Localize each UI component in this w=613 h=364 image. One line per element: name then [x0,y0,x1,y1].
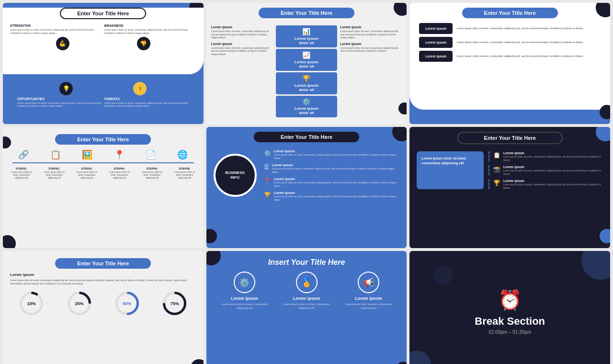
slide6-item-2: 📸 Lorem ipsum Lorem ipsum dolor sit amet… [488,165,603,175]
slide-2: Enter Your Title Here Lorem ipsum Lorem … [206,3,407,124]
slide6-text-3: Lorem ipsum Lorem ipsum dolor sit amet, … [503,179,603,189]
item-icon-2: 🏅 [296,272,318,293]
slide2-content: Lorem ipsum Lorem ipsum dolor sit amet, … [206,23,407,120]
swot-bottom-icons: 💡 ⚠️ [10,82,196,95]
row1-label: Lorem ipsum [419,23,453,34]
center-box-3: 🏆 Lorem ipsumdolor sit [276,72,338,94]
threats-label: THREATS [104,97,189,101]
swot-threats: THREATS Lorem ipsum dolor sit amet, cons… [104,97,189,108]
slide2-title: Enter Your Title Here [259,8,354,18]
swot-center-label: SWOT [3,53,204,63]
progress-circle-50: 50% [114,290,140,317]
swot-bottom-grid: OPPORTUNITIES Lorem ipsum dolor sit amet… [10,97,196,108]
corner-decoration-1 [596,127,610,141]
swot-top-grid: STRENGTHS Lorem ipsum dolor sit amet, co… [3,24,204,34]
slide-9: ⏰ Break Section 01:00pm – 01:30pm [409,251,610,364]
opportunities-text: Lorem ipsum dolor sit amet, consectetur … [17,102,102,108]
corner-decoration-2 [600,105,610,119]
step-label-4: STEP04. Lorem ipsum dolor sit amet, cons… [106,167,133,180]
progress-circle-75: 75% [161,290,188,317]
table-row-3: Lorem ipsum Lorem ipsum dolor sit amet, … [419,51,601,62]
slide-3: Enter Your Title Here Lorem ipsum Lorem … [409,3,610,124]
info-text-4: Lorem ipsum Lorem ipsum dolor sit amet, … [274,191,400,201]
slide8-item-3: 📢 Lorem ipsum Lorem ipsum dolor sit amet… [340,272,397,310]
slide-8: Insert Your Title Here ⚙️ Lorem ipsum Lo… [206,251,407,364]
step-label-2: STEP02. Lorem ipsum dolor sit amet, cons… [41,167,68,180]
slide-4: Enter Your Title Here 🔗 📋 🖼️ 📍 📄 🌐 STEP0… [3,127,204,248]
slide5-title: Enter Your Title Here [254,132,359,142]
slide7-circles: 10% 25% 50% 75% [3,290,204,317]
opportunities-icon: 💡 [59,82,73,95]
slide2-left-col: Lorem ipsum Lorem ipsum dolor sit amet, … [211,25,273,117]
corner-decoration-1 [394,3,407,16]
slide7-heading: Lorem ipsum [3,273,204,277]
row2-label: Lorem ipsum [419,37,453,48]
info-item-1: ⚙️ Lorem ipsum Lorem ipsum dolor sit ame… [264,149,400,159]
corner-decoration-1 [3,235,16,248]
step-label-6: STEP06. Lorem ipsum dolor sit amet, cons… [171,167,198,180]
step-icon-6: 🌐 [177,149,188,160]
row3-label: Lorem ipsum [419,51,453,62]
threats-text: Lorem ipsum dolor sit amet, consectetur … [104,102,189,108]
step-icon-2: 📋 [50,149,61,160]
steps-icons-row: 🔗 📋 🖼️ 📍 📄 🌐 [3,149,204,160]
progress-circle-10: 10% [18,290,45,317]
info-icon-3: 📍 [264,178,271,184]
slide6-icon-2: 📸 [493,166,500,172]
weakness-label: WEAKNESS [104,24,196,27]
slide2-right-col: Lorem ipsum Lorem ipsum dolor sit amet, … [340,25,402,117]
slide5-info-list: ⚙️ Lorem ipsum Lorem ipsum dolor sit ame… [264,149,400,201]
slide2-left-top: Lorem ipsum Lorem ipsum dolor sit amet, … [211,25,273,39]
corner-decoration-2 [3,136,11,148]
table-row-2: Lorem ipsum Lorem ipsum dolor sit amet, … [419,37,601,48]
slide4-title: Enter Your Title Here [55,134,151,145]
corner-decoration-2 [600,229,610,243]
slide2-right-top: Lorem ipsum Lorem ipsum dolor sit amet, … [340,25,402,39]
slide-6: Enter Your Title Here Lorem ipsum dolor … [409,127,610,248]
slide8-title: Insert Your Title Here [206,251,407,272]
strengths-text: Lorem ipsum dolor sit amet, consectetur … [10,28,102,34]
swot-weakness: WEAKNESS Lorem ipsum dolor sit amet, con… [104,24,196,34]
swot-icons-row: 💪 👎 [3,37,204,50]
corner-decoration-2 [206,229,217,243]
break-title: Break Section [475,315,545,328]
strengths-icon: 💪 [56,37,69,50]
slide1-title: Enter Your Title Here [60,8,146,19]
slide6-item-1: 📋 Lorem ipsum Lorem ipsum dolor sit amet… [488,151,603,161]
break-time: 01:00pm – 01:30pm [488,330,531,335]
weakness-icon: 👎 [137,37,150,50]
slide6-right-list: 📋 Lorem ipsum Lorem ipsum dolor sit amet… [488,151,603,189]
step-icon-3: 🖼️ [82,149,92,160]
swot-opportunities: OPPORTUNITIES Lorem ipsum dolor sit amet… [17,97,102,108]
info-icon-2: ☰ [264,164,269,171]
slide3-table: Lorem ipsum Lorem ipsum dolor sit amet, … [417,23,603,62]
slide6-icon-3: 🏆 [493,180,500,186]
table-row-1: Lorem ipsum Lorem ipsum dolor sit amet, … [419,23,601,34]
step-icon-4: 📍 [114,149,125,160]
info-item-2: ☰ Lorem ipsum Lorem ipsum dolor sit amet… [264,163,400,173]
center-box-1: 📊 Lorem ipsumdolor sit [276,25,338,47]
steps-labels-row: STEP01. Lorem ipsum dolor sit amet, cons… [3,167,204,180]
info-icon-1: ⚙️ [264,150,271,157]
slide3-content: Enter Your Title Here Lorem ipsum Lorem … [409,3,610,110]
info-text-1: Lorem ipsum Lorem ipsum dolor sit amet, … [274,149,400,159]
slide7-title: Enter Your Title Here [55,258,151,269]
slide8-items: ⚙️ Lorem ipsum Lorem ipsum dolor sit ame… [206,272,407,310]
row2-text: Lorem ipsum dolor sit amet, consectetur … [456,41,583,45]
clock-icon: ⏰ [498,289,522,311]
slide2-center-col: 📊 Lorem ipsumdolor sit 📈 Lorem ipsumdolo… [276,25,338,117]
threats-icon: ⚠️ [133,82,147,95]
slide6-text-1: Lorem ipsum Lorem ipsum dolor sit amet, … [503,151,603,161]
slide6-content: Lorem ipsum dolor sit amet, consectetur … [409,149,610,192]
step-label-1: STEP01. Lorem ipsum dolor sit amet, cons… [9,167,35,180]
business-info-circle: BUSINESS INFO [214,154,257,197]
steps-line [12,162,194,163]
opportunities-label: OPPORTUNITIES [17,97,102,101]
slide-5: Enter Your Title Here BUSINESS INFO ⚙️ L… [206,127,407,248]
info-text-2: Lorem ipsum Lorem ipsum dolor sit amet, … [272,163,400,173]
row3-text: Lorem ipsum dolor sit amet, consectetur … [456,55,583,58]
step-label-3: STEP03. Lorem ipsum dolor sit amet, cons… [74,167,100,180]
corner-decoration-1 [191,359,204,364]
info-icon-4: 🏆 [264,192,271,198]
corner-decoration-2 [398,102,407,114]
